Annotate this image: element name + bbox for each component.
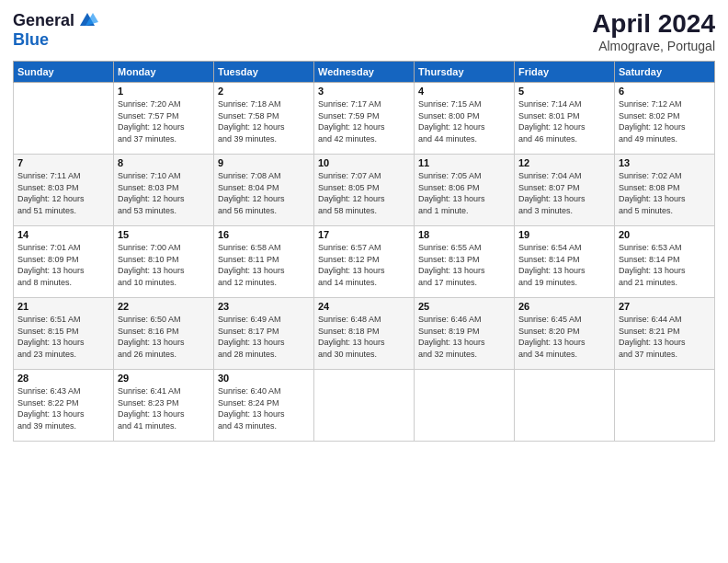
day-cell: 16Sunrise: 6:58 AM Sunset: 8:11 PM Dayli… bbox=[214, 226, 314, 298]
day-info: Sunrise: 7:20 AM Sunset: 7:57 PM Dayligh… bbox=[118, 98, 210, 144]
column-header-wednesday: Wednesday bbox=[314, 62, 415, 83]
day-info: Sunrise: 6:43 AM Sunset: 8:22 PM Dayligh… bbox=[17, 385, 109, 431]
day-cell: 2Sunrise: 7:18 AM Sunset: 7:58 PM Daylig… bbox=[214, 83, 314, 155]
day-info: Sunrise: 6:49 AM Sunset: 8:17 PM Dayligh… bbox=[218, 314, 310, 360]
day-cell: 24Sunrise: 6:48 AM Sunset: 8:18 PM Dayli… bbox=[314, 298, 415, 370]
day-cell: 21Sunrise: 6:51 AM Sunset: 8:15 PM Dayli… bbox=[14, 298, 114, 370]
day-cell: 22Sunrise: 6:50 AM Sunset: 8:16 PM Dayli… bbox=[114, 298, 214, 370]
day-number: 21 bbox=[17, 301, 109, 312]
day-info: Sunrise: 6:53 AM Sunset: 8:14 PM Dayligh… bbox=[619, 242, 711, 288]
day-number: 16 bbox=[218, 229, 310, 240]
day-cell bbox=[515, 370, 615, 442]
day-info: Sunrise: 7:08 AM Sunset: 8:04 PM Dayligh… bbox=[218, 170, 310, 216]
column-header-saturday: Saturday bbox=[615, 62, 715, 83]
week-row-4: 21Sunrise: 6:51 AM Sunset: 8:15 PM Dayli… bbox=[14, 298, 715, 370]
day-cell: 13Sunrise: 7:02 AM Sunset: 8:08 PM Dayli… bbox=[615, 155, 715, 226]
day-number: 2 bbox=[218, 86, 310, 97]
header: General Blue April 2024 Almograve, Portu… bbox=[13, 9, 715, 53]
day-cell: 6Sunrise: 7:12 AM Sunset: 8:02 PM Daylig… bbox=[615, 83, 715, 155]
week-row-5: 28Sunrise: 6:43 AM Sunset: 8:22 PM Dayli… bbox=[14, 370, 715, 442]
day-cell: 9Sunrise: 7:08 AM Sunset: 8:04 PM Daylig… bbox=[214, 155, 314, 226]
day-cell: 11Sunrise: 7:05 AM Sunset: 8:06 PM Dayli… bbox=[415, 155, 515, 226]
day-number: 9 bbox=[218, 157, 310, 168]
day-cell: 1Sunrise: 7:20 AM Sunset: 7:57 PM Daylig… bbox=[114, 83, 214, 155]
day-number: 28 bbox=[17, 373, 109, 384]
day-cell: 17Sunrise: 6:57 AM Sunset: 8:12 PM Dayli… bbox=[314, 226, 415, 298]
day-info: Sunrise: 6:57 AM Sunset: 8:12 PM Dayligh… bbox=[318, 242, 410, 288]
logo-icon bbox=[76, 9, 98, 31]
day-info: Sunrise: 6:55 AM Sunset: 8:13 PM Dayligh… bbox=[418, 242, 510, 288]
day-cell: 5Sunrise: 7:14 AM Sunset: 8:01 PM Daylig… bbox=[515, 83, 615, 155]
day-number: 29 bbox=[118, 373, 210, 384]
day-number: 26 bbox=[518, 301, 610, 312]
day-info: Sunrise: 6:46 AM Sunset: 8:19 PM Dayligh… bbox=[418, 314, 510, 360]
day-number: 24 bbox=[318, 301, 410, 312]
day-cell: 8Sunrise: 7:10 AM Sunset: 8:03 PM Daylig… bbox=[114, 155, 214, 226]
day-number: 6 bbox=[619, 86, 711, 97]
day-number: 18 bbox=[418, 229, 510, 240]
day-info: Sunrise: 7:12 AM Sunset: 8:02 PM Dayligh… bbox=[619, 98, 711, 144]
column-header-thursday: Thursday bbox=[415, 62, 515, 83]
day-cell: 10Sunrise: 7:07 AM Sunset: 8:05 PM Dayli… bbox=[314, 155, 415, 226]
day-number: 30 bbox=[218, 373, 310, 384]
day-number: 22 bbox=[118, 301, 210, 312]
column-header-friday: Friday bbox=[515, 62, 615, 83]
day-cell: 30Sunrise: 6:40 AM Sunset: 8:24 PM Dayli… bbox=[214, 370, 314, 442]
day-info: Sunrise: 6:58 AM Sunset: 8:11 PM Dayligh… bbox=[218, 242, 310, 288]
day-info: Sunrise: 7:18 AM Sunset: 7:58 PM Dayligh… bbox=[218, 98, 310, 144]
title-block: April 2024 Almograve, Portugal bbox=[592, 9, 715, 53]
day-cell bbox=[415, 370, 515, 442]
day-info: Sunrise: 6:51 AM Sunset: 8:15 PM Dayligh… bbox=[17, 314, 109, 360]
day-info: Sunrise: 7:17 AM Sunset: 7:59 PM Dayligh… bbox=[318, 98, 410, 144]
day-cell: 15Sunrise: 7:00 AM Sunset: 8:10 PM Dayli… bbox=[114, 226, 214, 298]
day-cell: 12Sunrise: 7:04 AM Sunset: 8:07 PM Dayli… bbox=[515, 155, 615, 226]
calendar-table: SundayMondayTuesdayWednesdayThursdayFrid… bbox=[13, 61, 715, 442]
column-header-tuesday: Tuesday bbox=[214, 62, 314, 83]
day-cell bbox=[314, 370, 415, 442]
day-number: 25 bbox=[418, 301, 510, 312]
day-cell: 14Sunrise: 7:01 AM Sunset: 8:09 PM Dayli… bbox=[14, 226, 114, 298]
day-number: 10 bbox=[318, 157, 410, 168]
day-cell: 7Sunrise: 7:11 AM Sunset: 8:03 PM Daylig… bbox=[14, 155, 114, 226]
header-row: SundayMondayTuesdayWednesdayThursdayFrid… bbox=[14, 62, 715, 83]
day-number: 7 bbox=[17, 157, 109, 168]
day-number: 15 bbox=[118, 229, 210, 240]
day-info: Sunrise: 7:10 AM Sunset: 8:03 PM Dayligh… bbox=[118, 170, 210, 216]
day-number: 27 bbox=[619, 301, 711, 312]
day-info: Sunrise: 6:45 AM Sunset: 8:20 PM Dayligh… bbox=[518, 314, 610, 360]
day-number: 12 bbox=[518, 157, 610, 168]
day-cell bbox=[615, 370, 715, 442]
day-number: 17 bbox=[318, 229, 410, 240]
day-info: Sunrise: 7:01 AM Sunset: 8:09 PM Dayligh… bbox=[17, 242, 109, 288]
column-header-monday: Monday bbox=[114, 62, 214, 83]
day-info: Sunrise: 6:50 AM Sunset: 8:16 PM Dayligh… bbox=[118, 314, 210, 360]
day-info: Sunrise: 6:54 AM Sunset: 8:14 PM Dayligh… bbox=[518, 242, 610, 288]
day-number: 14 bbox=[17, 229, 109, 240]
day-info: Sunrise: 7:07 AM Sunset: 8:05 PM Dayligh… bbox=[318, 170, 410, 216]
week-row-2: 7Sunrise: 7:11 AM Sunset: 8:03 PM Daylig… bbox=[14, 155, 715, 226]
logo-general: General bbox=[13, 12, 74, 29]
day-info: Sunrise: 7:04 AM Sunset: 8:07 PM Dayligh… bbox=[518, 170, 610, 216]
day-info: Sunrise: 7:00 AM Sunset: 8:10 PM Dayligh… bbox=[118, 242, 210, 288]
day-number: 3 bbox=[318, 86, 410, 97]
day-cell: 28Sunrise: 6:43 AM Sunset: 8:22 PM Dayli… bbox=[14, 370, 114, 442]
column-header-sunday: Sunday bbox=[14, 62, 114, 83]
day-cell bbox=[14, 83, 114, 155]
day-number: 1 bbox=[118, 86, 210, 97]
day-info: Sunrise: 7:05 AM Sunset: 8:06 PM Dayligh… bbox=[418, 170, 510, 216]
logo: General Blue bbox=[13, 9, 98, 49]
day-cell: 19Sunrise: 6:54 AM Sunset: 8:14 PM Dayli… bbox=[515, 226, 615, 298]
day-number: 11 bbox=[418, 157, 510, 168]
day-cell: 20Sunrise: 6:53 AM Sunset: 8:14 PM Dayli… bbox=[615, 226, 715, 298]
day-cell: 25Sunrise: 6:46 AM Sunset: 8:19 PM Dayli… bbox=[415, 298, 515, 370]
day-number: 4 bbox=[418, 86, 510, 97]
day-cell: 3Sunrise: 7:17 AM Sunset: 7:59 PM Daylig… bbox=[314, 83, 415, 155]
day-cell: 23Sunrise: 6:49 AM Sunset: 8:17 PM Dayli… bbox=[214, 298, 314, 370]
day-info: Sunrise: 7:15 AM Sunset: 8:00 PM Dayligh… bbox=[418, 98, 510, 144]
main-title: April 2024 bbox=[592, 9, 715, 39]
day-info: Sunrise: 7:02 AM Sunset: 8:08 PM Dayligh… bbox=[619, 170, 711, 216]
day-number: 19 bbox=[518, 229, 610, 240]
day-info: Sunrise: 7:14 AM Sunset: 8:01 PM Dayligh… bbox=[518, 98, 610, 144]
day-cell: 18Sunrise: 6:55 AM Sunset: 8:13 PM Dayli… bbox=[415, 226, 515, 298]
day-number: 5 bbox=[518, 86, 610, 97]
